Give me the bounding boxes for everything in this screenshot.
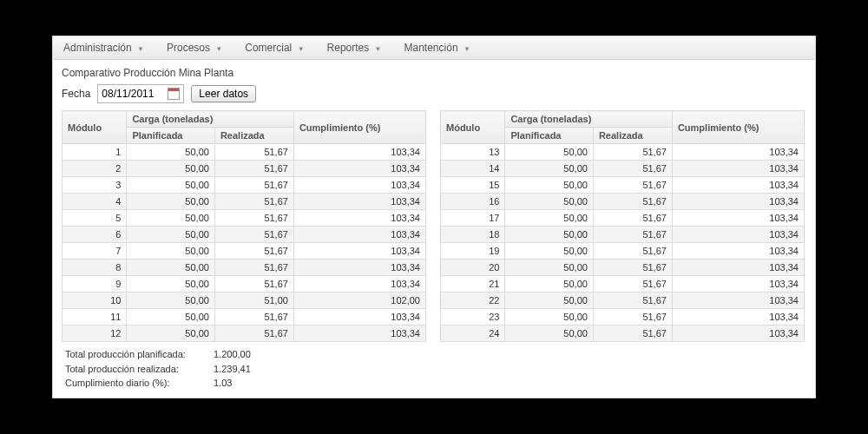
leer-datos-button[interactable]: Leer datos bbox=[191, 85, 256, 102]
table-row: 250,0051,67103,34 bbox=[62, 161, 426, 177]
cell: 2 bbox=[62, 161, 127, 177]
content-area: Comparativo Producción Mina Planta Fecha… bbox=[53, 60, 815, 391]
cell: 50,00 bbox=[127, 260, 214, 276]
cell: 50,00 bbox=[127, 227, 214, 243]
cell: 15 bbox=[441, 177, 505, 194]
cell: 50,00 bbox=[127, 309, 214, 326]
menu-procesos[interactable]: Procesos ▼ bbox=[163, 40, 226, 56]
cell: 103,34 bbox=[293, 161, 425, 177]
th-modulo: Módulo bbox=[62, 111, 127, 144]
cell: 6 bbox=[62, 227, 127, 243]
table-row: 2250,0051,67103,34 bbox=[441, 293, 805, 309]
table-row: 2150,0051,67103,34 bbox=[441, 276, 805, 293]
cell: 103,34 bbox=[293, 309, 425, 326]
cell: 103,34 bbox=[672, 161, 804, 177]
cell: 103,34 bbox=[293, 243, 425, 260]
fecha-label: Fecha bbox=[62, 88, 90, 100]
cell: 12 bbox=[62, 326, 127, 342]
cell: 51,67 bbox=[214, 144, 293, 161]
chevron-down-icon: ▼ bbox=[375, 45, 382, 53]
cell: 50,00 bbox=[127, 161, 214, 177]
cell: 20 bbox=[441, 260, 505, 276]
menu-mantencion[interactable]: Mantención ▼ bbox=[401, 40, 474, 56]
cell: 50,00 bbox=[505, 177, 593, 194]
cell: 103,34 bbox=[293, 177, 425, 194]
menu-administracion[interactable]: Administración ▼ bbox=[60, 40, 148, 56]
cell: 51,67 bbox=[593, 210, 672, 227]
calendar-icon[interactable] bbox=[168, 88, 180, 100]
cell: 23 bbox=[441, 309, 505, 326]
cell: 51,67 bbox=[593, 293, 672, 309]
cell: 51,67 bbox=[214, 210, 293, 227]
menu-comercial[interactable]: Comercial ▼ bbox=[241, 40, 307, 56]
cell: 51,67 bbox=[593, 144, 672, 161]
cell: 50,00 bbox=[505, 144, 593, 161]
table-row: 2450,0051,67103,34 bbox=[441, 326, 805, 342]
menu-label: Comercial bbox=[245, 42, 292, 54]
table-row: 1550,0051,67103,34 bbox=[441, 177, 805, 194]
chevron-down-icon: ▼ bbox=[215, 45, 222, 53]
cell: 103,34 bbox=[672, 309, 804, 326]
cell: 103,34 bbox=[293, 326, 425, 342]
fecha-input[interactable] bbox=[102, 86, 162, 102]
cell: 51,00 bbox=[214, 293, 293, 309]
cell: 51,67 bbox=[214, 326, 293, 342]
menu-label: Administración bbox=[63, 42, 132, 54]
th-realizada: Realizada bbox=[593, 128, 672, 144]
cell: 50,00 bbox=[505, 243, 593, 260]
cell: 51,67 bbox=[214, 161, 293, 177]
table-row: 1950,0051,67103,34 bbox=[441, 243, 805, 260]
cell: 103,34 bbox=[293, 227, 425, 243]
table-row: 2050,0051,67103,34 bbox=[441, 260, 805, 276]
cell: 10 bbox=[62, 293, 127, 309]
totals-block: Total producción planificada: 1.200,00 T… bbox=[65, 347, 803, 391]
table-row: 1150,0051,67103,34 bbox=[62, 309, 426, 326]
cell: 22 bbox=[441, 293, 505, 309]
cell: 50,00 bbox=[127, 210, 214, 227]
cumplimiento-diario-label: Cumplimiento diario (%): bbox=[65, 376, 208, 391]
cell: 24 bbox=[441, 326, 505, 342]
cell: 3 bbox=[62, 177, 127, 194]
cell: 14 bbox=[441, 161, 505, 177]
table-row: 750,0051,67103,34 bbox=[62, 243, 426, 260]
tables-row: Módulo Carga (toneladas) Cumplimiento (%… bbox=[62, 110, 806, 342]
cell: 50,00 bbox=[127, 276, 214, 293]
table-row: 550,0051,67103,34 bbox=[62, 210, 426, 227]
cell: 103,34 bbox=[672, 260, 804, 276]
cell: 8 bbox=[62, 260, 127, 276]
cell: 50,00 bbox=[505, 194, 593, 210]
cell: 51,67 bbox=[214, 260, 293, 276]
table-row: 1850,0051,67103,34 bbox=[441, 227, 805, 243]
table-row: 150,0051,67103,34 bbox=[62, 144, 426, 161]
cell: 50,00 bbox=[505, 276, 593, 293]
cell: 103,34 bbox=[672, 243, 804, 260]
cell: 50,00 bbox=[127, 326, 214, 342]
cell: 103,34 bbox=[293, 276, 425, 293]
chevron-down-icon: ▼ bbox=[464, 45, 470, 53]
cell: 51,67 bbox=[593, 177, 672, 194]
cell: 51,67 bbox=[214, 309, 293, 326]
th-modulo: Módulo bbox=[441, 111, 505, 144]
th-carga: Carga (toneladas) bbox=[505, 111, 673, 128]
total-realizada-label: Total producción realizada: bbox=[65, 362, 208, 377]
cell: 103,34 bbox=[672, 293, 804, 309]
fecha-input-wrap bbox=[97, 84, 184, 103]
table-row: 1450,0051,67103,34 bbox=[441, 161, 805, 177]
menu-reportes[interactable]: Reportes ▼ bbox=[324, 40, 385, 56]
cell: 51,67 bbox=[593, 309, 672, 326]
cell: 50,00 bbox=[505, 309, 593, 326]
cell: 11 bbox=[62, 309, 127, 326]
cell: 103,34 bbox=[293, 210, 425, 227]
cell: 50,00 bbox=[127, 177, 214, 194]
cell: 103,34 bbox=[672, 210, 804, 227]
cell: 102,00 bbox=[293, 293, 425, 309]
table-row: 1250,0051,67103,34 bbox=[62, 326, 426, 342]
cumplimiento-diario-value: 1.03 bbox=[214, 376, 232, 391]
cell: 103,34 bbox=[672, 227, 804, 243]
th-realizada: Realizada bbox=[214, 128, 293, 144]
cell: 51,67 bbox=[593, 161, 672, 177]
cell: 50,00 bbox=[505, 326, 593, 342]
menubar: Administración ▼ Procesos ▼ Comercial ▼ … bbox=[53, 36, 815, 60]
total-planificada-label: Total producción planificada: bbox=[65, 347, 208, 362]
cell: 103,34 bbox=[672, 177, 804, 194]
